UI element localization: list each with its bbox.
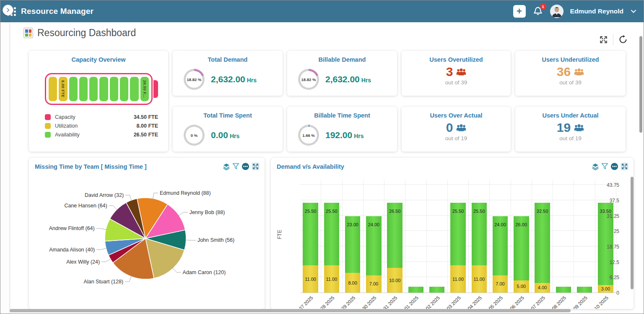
bar-segment-availability[interactable]: 26.00 [514, 216, 529, 280]
battery-segment-utilization [49, 77, 57, 101]
user-name[interactable]: Edmund Reynold [570, 8, 623, 15]
pie-slice-label: Alex Willy (24) [66, 259, 100, 265]
bar-segment-availability[interactable]: 25.50 [303, 203, 318, 266]
expand-icon[interactable] [252, 162, 260, 170]
bar-segment-availability[interactable]: 32.50 [535, 203, 550, 283]
battery-segment-availability [99, 77, 108, 101]
x-tick-label: Jan 31 2025 [376, 295, 398, 309]
bar-segment-utilization[interactable]: 4.00 [535, 283, 550, 293]
bar-segment-availability[interactable]: 23.00 [345, 216, 360, 273]
x-tick-label: Feb 02 2025 [418, 295, 441, 309]
pie-slice-label: Adam Caron (120) [183, 270, 226, 275]
kpi-cards-grid: Capacity Overview 8.00 FTE26.50 F... Cap… [29, 51, 626, 152]
bar-segment-utilization[interactable]: 5.00 [514, 280, 529, 293]
bar-column: Feb 02 2025 [427, 180, 448, 293]
bar-segment-availability[interactable] [577, 287, 592, 293]
page-vertical-scrollbar[interactable] [639, 36, 642, 133]
chevron-down-icon[interactable] [630, 8, 637, 15]
bar-plot-area: 11.0025.50Jan 27 202511.0025.50Jan 28 20… [300, 180, 616, 293]
more-icon[interactable] [610, 162, 618, 170]
chevron-right-icon [5, 8, 10, 13]
layers-icon[interactable] [223, 163, 230, 170]
legend-swatch [45, 132, 51, 138]
users-under-actual-card: Users Under Actual 19 out of 19 [515, 107, 626, 152]
stat-unit: Hrs [247, 77, 257, 84]
legend-row-capacity: Capacity 34.50 FTE [45, 114, 158, 120]
bar-segment-availability[interactable]: 25.50 [324, 203, 339, 266]
sidebar-expand-button[interactable] [3, 5, 13, 16]
bar-value-label: 24.00 [368, 222, 380, 227]
stat-body: 0 % 0.00Hrs [173, 119, 283, 146]
bar-segment-utilization[interactable]: 7.00 [366, 275, 381, 293]
fullscreen-icon[interactable] [599, 35, 608, 44]
bar-segment-availability[interactable]: 24.00 [366, 216, 381, 275]
bar-segment-availability[interactable]: 24.00 [493, 216, 508, 275]
user-card-body: 0 out of 19 [402, 120, 511, 141]
users-group-icon [456, 123, 466, 132]
filter-icon[interactable] [232, 163, 239, 170]
pie-slice-label: Edmund Reynold (88) [160, 190, 211, 196]
bar-value-label: 24.00 [494, 222, 506, 227]
pie-slice-label: Andrew Flintoff (64) [49, 225, 95, 231]
legend-row-utilization: Utilization 8.00 FTE [45, 123, 158, 129]
bar-segment-utilization[interactable]: 11.00 [303, 265, 318, 293]
pie-label-leader [125, 195, 132, 201]
x-tick-label: Feb 01 2025 [397, 295, 419, 309]
bar-segment-utilization[interactable]: 3.00 [598, 285, 613, 293]
bar-segment-utilization[interactable]: 8.00 [345, 273, 360, 293]
pie-label-leader [172, 268, 181, 272]
y-tick-label: 6.25 [610, 275, 619, 280]
demand-availability-bar-chart: FTE 11.0025.50Jan 27 202511.0025.50Jan 2… [271, 176, 623, 309]
filter-icon[interactable] [601, 163, 608, 170]
bar-column: 11.0025.50Jan 28 2025 [321, 180, 342, 293]
notifications-button[interactable]: 1 [532, 6, 543, 17]
notification-count-badge: 1 [540, 3, 546, 10]
add-icon[interactable]: + [513, 5, 526, 18]
bar-segment-utilization[interactable]: 7.00 [493, 275, 508, 293]
user-count: 3 [446, 65, 453, 79]
stat-value-wrap: 0.00Hrs [211, 130, 239, 140]
bar-segment-availability[interactable]: 26.50 [387, 203, 402, 268]
user-card-body: 19 out of 19 [515, 120, 626, 141]
expand-icon[interactable] [621, 162, 628, 170]
bar-segment-availability[interactable]: 25.50 [450, 203, 465, 266]
pie-label-leader [185, 240, 196, 241]
user-caption: out of 19 [402, 135, 511, 141]
refresh-icon[interactable] [618, 35, 628, 44]
stat-unit: Hrs [354, 133, 364, 139]
bar-segment-utilization[interactable]: 11.00 [472, 265, 487, 293]
collapsed-sidebar [0, 22, 10, 314]
bar-column: 11.0025.50Feb 04 2025 [469, 180, 490, 293]
chart-vertical-scrollbar[interactable] [631, 177, 634, 289]
page-horizontal-scrollbar[interactable] [10, 309, 571, 312]
missing-time-panel: Missing Time by Team [ Missing Time ] Ed… [29, 158, 265, 309]
legend-label: Capacity [55, 114, 75, 120]
stat-value: 192.00 [325, 130, 352, 140]
more-icon[interactable] [242, 162, 249, 170]
bar-value-label: 8.00 [348, 280, 357, 285]
bar-segment-availability[interactable]: 25.50 [472, 203, 487, 266]
battery-segment-availability [120, 77, 128, 101]
percent-gauge: 1.66 % [298, 125, 319, 146]
bar-segment-utilization[interactable]: 11.00 [324, 265, 339, 293]
gauge-percent-label: 18.82 % [300, 71, 317, 88]
stat-value: 2,632.00 [211, 74, 245, 84]
x-tick-label: Feb 03 2025 [439, 295, 462, 309]
bar-segment-availability[interactable] [556, 287, 571, 293]
total-time-spent-card: Total Time Spent 0 % 0.00Hrs [173, 107, 283, 152]
pie-label-leader [125, 276, 131, 282]
bar-segment-utilization[interactable]: 10.00 [387, 268, 402, 293]
avatar[interactable] [550, 5, 564, 18]
user-count-wrap: 36 [557, 65, 584, 79]
bar-value-label: 25.50 [452, 209, 464, 214]
x-tick-label: Feb 08 2025 [544, 295, 567, 309]
user-count-wrap: 0 [446, 120, 467, 135]
bar-segment-availability[interactable] [408, 287, 423, 293]
layers-icon[interactable] [592, 163, 599, 170]
stat-value-wrap: 2,632.00Hrs [211, 74, 257, 84]
stat-value: 2,632.00 [325, 74, 360, 84]
pie-label-leader [96, 248, 107, 250]
bar-segment-availability[interactable] [429, 287, 444, 293]
card-title: Billable Demand [287, 51, 397, 63]
bar-segment-utilization[interactable]: 11.00 [450, 265, 465, 293]
